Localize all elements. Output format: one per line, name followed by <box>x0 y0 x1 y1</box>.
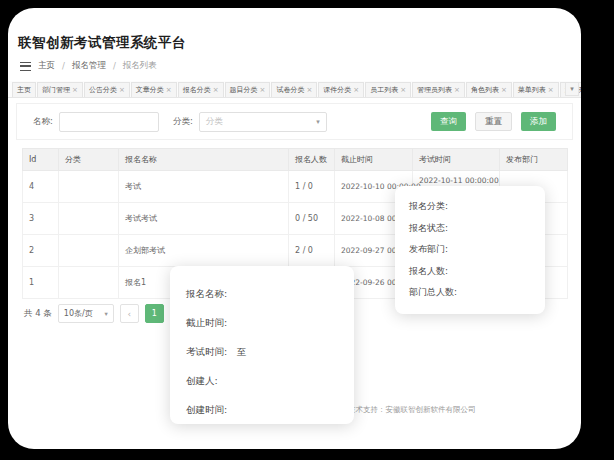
tab-courseware-category[interactable]: 课件分类 × <box>318 82 364 97</box>
close-icon[interactable]: × <box>501 86 507 94</box>
column-header-id: Id <box>23 149 59 171</box>
app-window: 联智创新考试管理系统平台 主页 / 报名管理 / 报名列表 主页 部门管理 × … <box>8 8 581 449</box>
cell-id: 2 <box>23 235 59 267</box>
close-icon[interactable]: × <box>260 86 266 94</box>
tab-label: 试卷分类 <box>276 85 304 95</box>
tab-signup-category[interactable]: 报名分类 × <box>178 82 224 97</box>
cell-category <box>59 171 119 203</box>
detail-label: 报名名称: <box>186 280 338 309</box>
category-select[interactable]: 分类 ▾ <box>199 112 327 132</box>
detail-label: 创建时间: <box>186 396 338 425</box>
column-header-exam-time: 考试时间 <box>413 149 500 171</box>
category-label: 分类: <box>173 116 193 128</box>
cell-id: 4 <box>23 171 59 203</box>
tab-label: 题目分类 <box>230 85 258 95</box>
breadcrumb-separator: / <box>62 61 65 71</box>
cell-name: 企划部考试 <box>119 235 289 267</box>
cell-signups: 0 / 50 <box>289 203 335 235</box>
cell-id: 3 <box>23 203 59 235</box>
close-icon[interactable]: × <box>166 86 172 94</box>
tab-label: 部门管理 <box>42 85 70 95</box>
reset-button[interactable]: 重置 <box>475 112 512 131</box>
signup-detail-popup: 报名名称: 截止时间: 考试时间: 至 创建人: 创建时间: <box>170 266 354 424</box>
detail-label: 截止时间: <box>186 309 338 338</box>
breadcrumb: 主页 / 报名管理 / 报名列表 <box>20 59 157 73</box>
chevron-down-icon: ▾ <box>570 85 574 93</box>
exam-time-line: 2022-10-11 00:00:00 <box>419 175 493 186</box>
page-title: 联智创新考试管理系统平台 <box>18 34 186 52</box>
tab-role-list[interactable]: 角色列表 × <box>466 82 512 97</box>
tab-menu-list[interactable]: 菜单列表 × <box>513 82 559 97</box>
detail-label: 考试时间: 至 <box>186 338 338 367</box>
close-icon[interactable]: × <box>306 86 312 94</box>
cell-category <box>59 267 119 299</box>
add-button[interactable]: 添加 <box>521 112 556 131</box>
prev-page-button[interactable]: ‹ <box>120 304 139 323</box>
tab-employee-list[interactable]: 员工列表 × <box>365 82 411 97</box>
tab-bar: 主页 部门管理 × 公告分类 × 文章分类 × 报名分类 × 题目分类 × 试卷… <box>8 81 581 98</box>
breadcrumb-signup-manage[interactable]: 报名管理 <box>72 60 106 72</box>
page-size-select[interactable]: 10条/页 ▾ <box>58 304 114 323</box>
category-select-placeholder: 分类 <box>206 116 223 128</box>
tab-label: 菜单列表 <box>518 85 546 95</box>
filter-buttons: 查询 重置 添加 <box>431 112 556 131</box>
table-header-row: Id 分类 报名名称 报名人数 截止时间 考试时间 发布部门 <box>23 149 568 171</box>
tab-label: 管理员列表 <box>417 85 452 95</box>
detail-label: 创建人: <box>186 367 338 396</box>
tab-label: 公告分类 <box>89 85 117 95</box>
tab-home[interactable]: 主页 <box>12 82 36 97</box>
tab-label: 员工列表 <box>370 85 398 95</box>
breadcrumb-home[interactable]: 主页 <box>38 60 55 72</box>
column-header-signups: 报名人数 <box>289 149 335 171</box>
detail-label: 报名状态: <box>409 218 531 240</box>
close-icon[interactable]: × <box>213 86 219 94</box>
column-header-name: 报名名称 <box>119 149 289 171</box>
tab-announcement-category[interactable]: 公告分类 × <box>84 82 130 97</box>
tab-label: 文章分类 <box>136 85 164 95</box>
tab-admin-list[interactable]: 管理员列表 × <box>412 82 465 97</box>
detail-label: 报名分类: <box>409 196 531 218</box>
column-header-category: 分类 <box>59 149 119 171</box>
search-button[interactable]: 查询 <box>431 112 466 131</box>
close-icon[interactable]: × <box>119 86 125 94</box>
chevron-down-icon: ▾ <box>105 310 108 318</box>
menu-toggle-icon[interactable] <box>20 62 31 71</box>
cell-name: 考试考试 <box>119 203 289 235</box>
tab-label: 课件分类 <box>323 85 351 95</box>
name-input[interactable] <box>59 112 159 132</box>
cell-category <box>59 203 119 235</box>
cell-id: 1 <box>23 267 59 299</box>
close-icon[interactable]: × <box>400 86 406 94</box>
breadcrumb-separator: / <box>113 61 116 71</box>
breadcrumb-current: 报名列表 <box>123 60 157 72</box>
close-icon[interactable]: × <box>454 86 460 94</box>
current-page-button[interactable]: 1 <box>145 304 164 323</box>
tab-article-category[interactable]: 文章分类 × <box>131 82 177 97</box>
close-icon[interactable]: × <box>353 86 359 94</box>
close-icon[interactable]: × <box>548 86 554 94</box>
footer-text: 技术支持：安徽联智创新软件有限公司 <box>348 405 476 415</box>
cell-signups: 1 / 0 <box>289 171 335 203</box>
cell-category <box>59 235 119 267</box>
detail-label: 发布部门: <box>409 239 531 261</box>
tab-paper-category[interactable]: 试卷分类 × <box>271 82 317 97</box>
tab-label: 主页 <box>17 85 31 95</box>
signup-status-popup: 报名分类: 报名状态: 发布部门: 报名人数: 部门总人数: <box>395 186 545 314</box>
pagination: 共 4 条 10条/页 ▾ ‹ 1 › <box>24 304 189 323</box>
desktop: { "icons": { "menu": "css-bars", "close"… <box>0 0 614 460</box>
pagination-total: 共 4 条 <box>24 308 52 320</box>
tab-label: 角色列表 <box>471 85 499 95</box>
detail-label: 部门总人数: <box>409 282 531 304</box>
chevron-down-icon: ▾ <box>316 118 320 126</box>
column-header-department: 发布部门 <box>500 149 568 171</box>
cell-name: 考试 <box>119 171 289 203</box>
name-label: 名称: <box>33 116 53 128</box>
close-icon[interactable]: × <box>72 86 78 94</box>
cell-signups: 2 / 0 <box>289 235 335 267</box>
tab-question-category[interactable]: 题目分类 × <box>225 82 271 97</box>
detail-label: 报名人数: <box>409 261 531 283</box>
tab-department-manage[interactable]: 部门管理 × <box>37 82 83 97</box>
filter-panel: 名称: 分类: 分类 ▾ 查询 重置 添加 <box>16 103 573 140</box>
tab-more-button[interactable]: ▾ <box>565 82 579 96</box>
column-header-deadline: 截止时间 <box>335 149 413 171</box>
